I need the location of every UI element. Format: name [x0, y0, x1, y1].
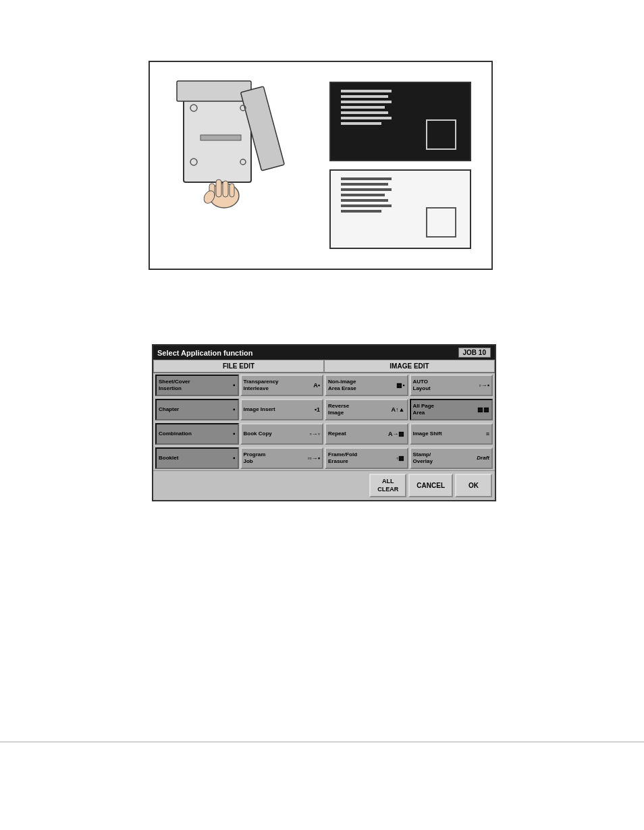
btn-stamp-overlay[interactable]: Stamp/Overlay Draft	[410, 447, 493, 469]
svg-rect-7	[200, 135, 241, 140]
buttons-row-4: Booklet ▪ ProgramJob ▫▫→▪ Frame/FoldEras…	[153, 446, 495, 470]
svg-rect-1	[177, 81, 251, 101]
svg-rect-11	[223, 181, 228, 197]
btn-sheet-cover-insertion[interactable]: Sheet/CoverInsertion ▪	[155, 375, 239, 396]
bottom-separator	[0, 742, 644, 742]
device-illustration	[163, 74, 298, 256]
preview-panels	[329, 82, 478, 249]
file-edit-header: FILE EDIT	[153, 360, 324, 372]
preview-light	[329, 169, 471, 249]
buttons-row-2: Chapter ▪ Image Insert ▪1 ReverseImage A…	[153, 397, 495, 422]
svg-rect-12	[230, 184, 234, 197]
buttons-row-3: Combination ▪ Book Copy ▫→▫ Repeat A→▦ I…	[153, 422, 495, 446]
dialog-title: Select Application function	[157, 349, 252, 357]
preview-dark	[329, 82, 471, 161]
dialog-title-bar: Select Application function JOB 10	[153, 345, 495, 360]
btn-combination[interactable]: Combination ▪	[155, 423, 239, 445]
btn-frame-fold-erasure[interactable]: Frame/FoldErasure ▫▦	[325, 447, 408, 469]
select-application-dialog: Select Application function JOB 10 FILE …	[152, 344, 496, 501]
btn-booklet[interactable]: Booklet ▪	[155, 447, 239, 469]
dialog-bottom-bar: ALLCLEAR CANCEL OK	[153, 470, 495, 500]
btn-auto-layout[interactable]: AUTOLayout ▫→▪	[410, 375, 493, 396]
cancel-button[interactable]: CANCEL	[408, 474, 453, 497]
btn-image-shift[interactable]: Image Shift ≡	[410, 423, 493, 445]
svg-rect-10	[216, 179, 221, 197]
section-headers: FILE EDIT IMAGE EDIT	[153, 360, 495, 373]
btn-program-job[interactable]: ProgramJob ▫▫→▪	[240, 447, 324, 469]
ok-button[interactable]: OK	[455, 474, 492, 497]
btn-book-copy[interactable]: Book Copy ▫→▫	[240, 423, 324, 445]
buttons-row-1: Sheet/CoverInsertion ▪ TransparencyInter…	[153, 373, 495, 397]
all-clear-button[interactable]: ALLCLEAR	[369, 474, 406, 497]
btn-non-image-area-erase[interactable]: Non-imageArea Erase ▦▪	[325, 375, 408, 396]
btn-all-page-area[interactable]: All PageArea ▦▦	[410, 399, 493, 420]
job-badge: JOB 10	[458, 348, 491, 358]
btn-repeat[interactable]: Repeat A→▦	[325, 423, 408, 445]
illustration-container	[149, 61, 493, 270]
btn-image-insert[interactable]: Image Insert ▪1	[240, 399, 324, 420]
btn-chapter[interactable]: Chapter ▪	[155, 399, 239, 420]
image-edit-header: IMAGE EDIT	[324, 360, 495, 372]
btn-transparency-interleave[interactable]: TransparencyInterleave A▪	[240, 375, 324, 396]
btn-reverse-image[interactable]: ReverseImage A↑▲	[325, 399, 408, 420]
